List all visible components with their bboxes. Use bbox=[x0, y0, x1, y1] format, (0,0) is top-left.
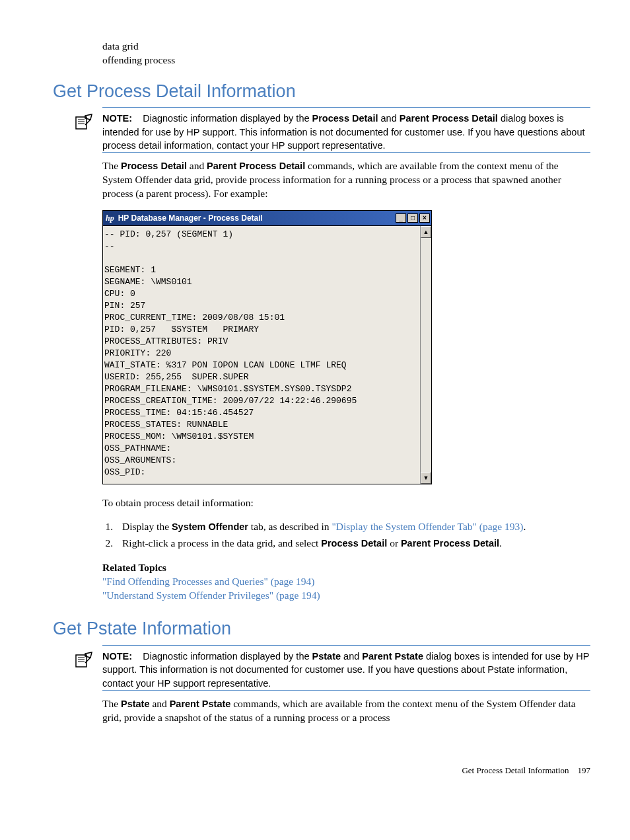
page-footer: Get Process Detail Information 197 bbox=[53, 765, 590, 777]
scroll-track[interactable] bbox=[421, 238, 431, 472]
divider bbox=[102, 690, 590, 691]
step-item: Right-click a process in the data grid, … bbox=[116, 537, 590, 551]
note-block: NOTE: Diagnostic information displayed b… bbox=[102, 112, 590, 152]
maximize-button[interactable]: □ bbox=[407, 213, 418, 223]
svg-rect-0 bbox=[76, 117, 87, 129]
scroll-up-icon[interactable]: ▲ bbox=[421, 226, 431, 238]
related-heading: Related Topics bbox=[102, 561, 590, 575]
note-block: NOTE: Diagnostic information displayed b… bbox=[102, 650, 590, 690]
hp-logo-icon: hp bbox=[106, 213, 114, 223]
process-detail-dialog: hp HP Database Manager - Process Detail … bbox=[102, 210, 432, 484]
instruction-intro: To obtain process detail information: bbox=[102, 496, 590, 510]
section-heading-process-detail: Get Process Detail Information bbox=[53, 79, 590, 103]
scroll-down-icon[interactable]: ▼ bbox=[421, 472, 431, 484]
prior-page-fragment: data grid offending process bbox=[102, 40, 590, 67]
note-label: NOTE: bbox=[102, 651, 132, 662]
note-icon bbox=[73, 113, 93, 134]
scrollbar[interactable]: ▲ ▼ bbox=[420, 226, 431, 484]
steps-list: Display the System Offender tab, as desc… bbox=[102, 520, 590, 551]
note-icon bbox=[73, 651, 93, 672]
page-number: 197 bbox=[578, 765, 591, 775]
note-label: NOTE: bbox=[102, 113, 132, 124]
section-heading-pstate: Get Pstate Information bbox=[53, 617, 590, 640]
related-topics: Related Topics "Find Offending Processes… bbox=[102, 561, 590, 603]
dialog-title: HP Database Manager - Process Detail bbox=[118, 213, 263, 223]
svg-rect-5 bbox=[76, 655, 87, 667]
dialog-content: -- PID: 0,257 (SEGMENT 1) -- SEGMENT: 1 … bbox=[103, 226, 420, 484]
svg-line-4 bbox=[85, 120, 90, 125]
fragment-line: offending process bbox=[102, 54, 590, 67]
link-find-offending[interactable]: "Find Offending Processes and Queries" (… bbox=[102, 576, 314, 587]
divider bbox=[102, 645, 590, 646]
step-item: Display the System Offender tab, as desc… bbox=[116, 520, 590, 534]
fragment-line: data grid bbox=[102, 40, 590, 54]
link-display-system-offender[interactable]: "Display the System Offender Tab" (page … bbox=[332, 521, 524, 532]
link-understand-privileges[interactable]: "Understand System Offender Privileges" … bbox=[102, 590, 320, 601]
body-paragraph: The Process Detail and Parent Process De… bbox=[102, 159, 590, 201]
close-button[interactable]: × bbox=[419, 213, 430, 223]
dialog-titlebar[interactable]: hp HP Database Manager - Process Detail … bbox=[103, 211, 431, 226]
minimize-button[interactable]: _ bbox=[396, 213, 406, 223]
note-text: NOTE: Diagnostic information displayed b… bbox=[102, 650, 590, 690]
note-text: NOTE: Diagnostic information displayed b… bbox=[102, 112, 590, 152]
body-paragraph: The Pstate and Parent Pstate commands, w… bbox=[102, 697, 590, 725]
svg-line-9 bbox=[85, 658, 90, 663]
divider bbox=[102, 152, 590, 153]
footer-title: Get Process Detail Information bbox=[462, 765, 569, 775]
divider bbox=[102, 107, 590, 108]
